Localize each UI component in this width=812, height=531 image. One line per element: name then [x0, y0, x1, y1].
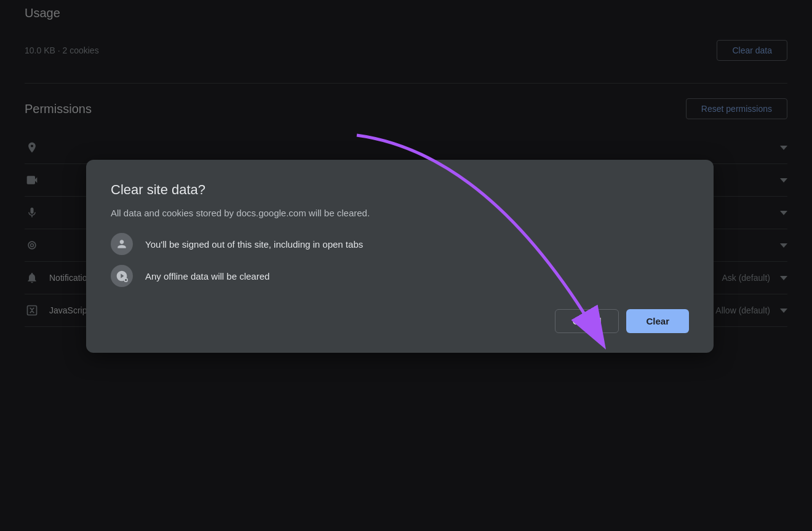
signout-text: You'll be signed out of this site, inclu…: [145, 239, 363, 250]
dialog-actions: Cancel Clear: [111, 309, 689, 333]
offline-text: Any offline data will be cleared: [145, 271, 269, 281]
clear-site-data-dialog: Clear site data? All data and cookies st…: [86, 160, 714, 353]
person-icon-container: [111, 233, 133, 255]
offline-icon-container: [111, 265, 133, 287]
offline-icon: [116, 270, 128, 282]
dialog-items-list: You'll be signed out of this site, inclu…: [111, 233, 689, 287]
cancel-button[interactable]: Cancel: [555, 309, 619, 333]
dialog-item-offline: Any offline data will be cleared: [111, 265, 689, 287]
dialog-description: All data and cookies stored by docs.goog…: [111, 208, 689, 218]
dialog-title: Clear site data?: [111, 182, 689, 198]
person-icon: [116, 238, 128, 250]
clear-button[interactable]: Clear: [626, 309, 689, 333]
dialog-item-signout: You'll be signed out of this site, inclu…: [111, 233, 689, 255]
